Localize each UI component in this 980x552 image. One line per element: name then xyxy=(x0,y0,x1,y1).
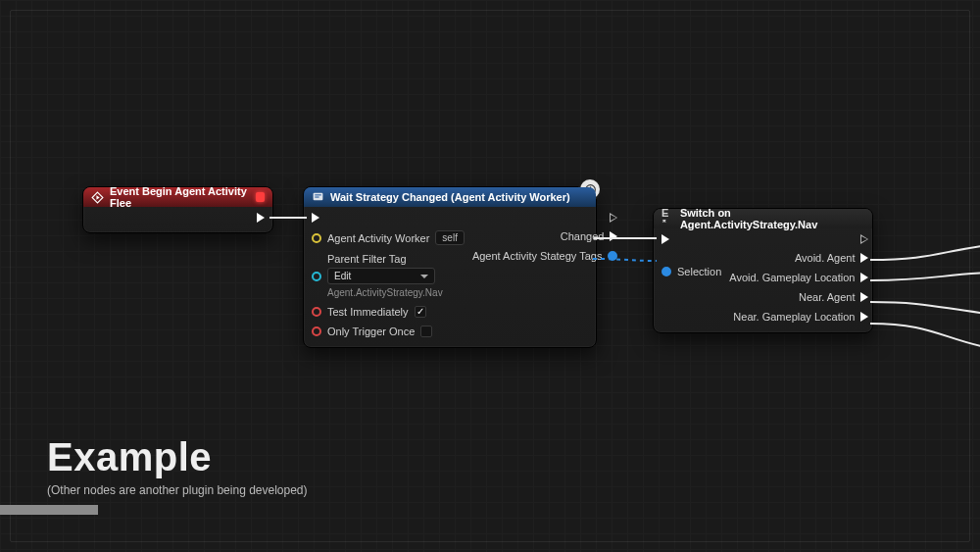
changed-label: Changed xyxy=(561,230,605,242)
switch-out-near-agent[interactable]: Near. Agent xyxy=(799,291,869,303)
switch-default-out-pin[interactable] xyxy=(860,234,868,244)
test-immediately-pin[interactable]: Test Immediately ✓ xyxy=(312,306,465,318)
bool-pin-icon xyxy=(312,307,321,317)
agent-worker-pin[interactable]: Agent Activity Worker self xyxy=(312,230,465,245)
node-wait-strategy[interactable]: Wait Strategy Changed (Agent Activity Wo… xyxy=(303,186,597,348)
tags-label: Agent Activity Stategy Tags xyxy=(472,250,602,262)
switch-exec-in-pin[interactable] xyxy=(662,234,721,244)
switch-out-near-loc[interactable]: Near. Gameplay Location xyxy=(733,311,868,323)
switch-node-body: Selection Avoid. Agent Avoid. Gameplay L… xyxy=(654,228,872,332)
only-trigger-once-checkbox[interactable] xyxy=(420,326,432,337)
wait-node-body: Agent Activity Worker self Parent Filter… xyxy=(304,207,596,347)
event-node-body xyxy=(83,207,272,232)
tag-dropdown[interactable]: Edit xyxy=(327,268,435,284)
title-subheading: (Other nodes are another plugin being de… xyxy=(47,483,308,497)
wait-node-title: Wait Strategy Changed (Agent Activity Wo… xyxy=(330,191,570,203)
svg-rect-3 xyxy=(315,196,318,197)
parent-filter-label: Parent Filter Tag xyxy=(327,253,465,265)
chevron-down-icon xyxy=(420,275,428,278)
tags-out-pin[interactable]: Agent Activity Stategy Tags xyxy=(472,250,617,262)
wait-exec-out-pin[interactable] xyxy=(610,213,617,223)
switch-node-title: Switch on Agent.ActivityStrategy.Nav xyxy=(680,207,864,230)
parent-filter-group: Parent Filter Tag Edit Agent.ActivityStr… xyxy=(312,253,465,298)
only-trigger-once-label: Only Trigger Once xyxy=(327,326,415,337)
selection-label: Selection xyxy=(677,266,721,277)
struct-pin-icon xyxy=(312,272,321,281)
event-exec-out-pin[interactable] xyxy=(257,213,265,223)
node-switch-strategy[interactable]: E˟ Switch on Agent.ActivityStrategy.Nav … xyxy=(653,208,873,333)
test-immediately-checkbox[interactable]: ✓ xyxy=(415,306,426,318)
agent-worker-label: Agent Activity Worker xyxy=(327,232,429,244)
event-node-title: Event Begin Agent Activity Flee xyxy=(110,185,250,209)
self-chip: self xyxy=(435,230,465,245)
latent-icon xyxy=(312,190,324,205)
object-pin-icon xyxy=(312,233,321,243)
switch-icon: E˟ xyxy=(662,207,674,231)
accent-bar xyxy=(0,505,98,515)
wait-exec-in-pin[interactable] xyxy=(312,213,465,223)
switch-node-header: E˟ Switch on Agent.ActivityStrategy.Nav xyxy=(654,209,872,228)
switch-out-avoid-agent[interactable]: Avoid. Agent xyxy=(795,252,869,264)
parent-filter-pin[interactable]: Edit xyxy=(312,268,465,284)
dropdown-subtext: Agent.ActivityStrategy.Nav xyxy=(327,287,465,298)
event-node-header: Event Begin Agent Activity Flee xyxy=(83,187,272,207)
only-trigger-once-pin[interactable]: Only Trigger Once xyxy=(312,326,465,337)
node-event-begin[interactable]: Event Begin Agent Activity Flee xyxy=(82,186,273,233)
wait-node-header: Wait Strategy Changed (Agent Activity Wo… xyxy=(304,187,596,207)
selection-pin[interactable]: Selection xyxy=(662,266,721,277)
tags-pin-icon xyxy=(608,251,617,261)
changed-exec-out-pin[interactable]: Changed xyxy=(561,230,618,242)
test-immediately-label: Test Immediately xyxy=(327,306,409,318)
switch-out-avoid-loc[interactable]: Avoid. Gameplay Location xyxy=(729,272,868,283)
svg-rect-2 xyxy=(315,194,321,195)
title-heading: Example xyxy=(47,435,308,479)
dropdown-value: Edit xyxy=(334,271,351,281)
event-icon xyxy=(91,191,104,204)
selection-pin-icon xyxy=(662,267,671,276)
bool-pin-icon xyxy=(312,326,321,336)
slide-title: Example (Other nodes are another plugin … xyxy=(47,435,308,497)
stop-icon xyxy=(256,192,265,202)
